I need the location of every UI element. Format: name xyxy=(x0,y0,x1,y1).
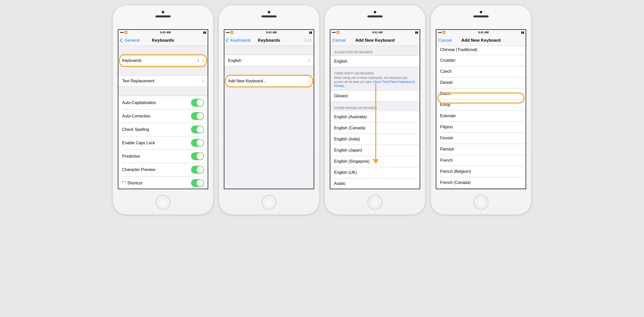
keyboard-option-row[interactable]: English xyxy=(330,56,420,67)
english-keyboard-row[interactable]: English xyxy=(224,55,314,66)
back-label: General xyxy=(124,38,140,43)
keyboards-row[interactable]: Keyboards 1 xyxy=(118,55,208,66)
toggle-row[interactable]: "." Shortcut xyxy=(118,176,208,189)
keyboard-option-row[interactable]: English (Singapore) xyxy=(330,156,420,167)
keyboard-option-row[interactable]: Chinese (Traditional) xyxy=(436,46,526,55)
toggle-label: Auto-Capitalization xyxy=(122,101,156,105)
content-area[interactable]: SUGGESTED KEYBOARDS English THIRD-PARTY … xyxy=(330,46,420,189)
toggle-switch[interactable] xyxy=(191,126,204,133)
keyboard-option-row[interactable]: Estonian xyxy=(436,110,526,121)
back-label: Keyboards xyxy=(230,38,251,43)
keyboard-option-row[interactable]: English (Japan) xyxy=(330,145,420,156)
toggle-switch[interactable] xyxy=(191,152,204,160)
home-button[interactable] xyxy=(261,195,277,210)
status-time: 9:41 AM xyxy=(478,31,489,34)
toggle-switch[interactable] xyxy=(191,179,204,187)
toggle-row[interactable]: Predictive xyxy=(118,150,208,163)
keyboard-option-row[interactable]: Finnish xyxy=(436,133,526,144)
status-time: 9:41 AM xyxy=(266,31,277,34)
keyboard-option-row[interactable]: French (Switzerland) xyxy=(436,188,526,189)
camera-dot xyxy=(162,11,164,13)
keyboard-option-row[interactable]: French (Belgium) xyxy=(436,166,526,177)
toggle-label: "." Shortcut xyxy=(122,181,142,185)
content-area[interactable]: English Add New Keyboard... xyxy=(224,46,314,189)
home-button[interactable] xyxy=(473,195,489,210)
screen-3: •••••📶 9:41 AM ▮▮ Cancel Add New Keyboar… xyxy=(330,29,420,189)
keyboard-option-label: Filipino xyxy=(440,125,453,129)
status-bar: •••••📶 9:41 AM ▮▮ xyxy=(330,30,420,35)
keyboard-option-row[interactable]: Croatian xyxy=(436,55,526,66)
add-new-label: Add New Keyboard... xyxy=(228,79,266,83)
speaker-slot xyxy=(155,15,171,17)
english-label: English xyxy=(228,58,241,63)
add-new-keyboard-row[interactable]: Add New Keyboard... xyxy=(224,76,314,87)
chevron-right-icon xyxy=(201,59,204,62)
toggle-row[interactable]: Auto-Capitalization xyxy=(118,96,208,109)
keyboard-option-row[interactable]: Gboard xyxy=(330,90,420,102)
keyboard-option-row[interactable]: Flemish xyxy=(436,144,526,155)
toggle-switch[interactable] xyxy=(191,99,204,107)
status-bar: •••••📶 9:41 AM ▮▮ xyxy=(436,30,526,35)
edit-button[interactable]: Edit xyxy=(304,38,312,43)
keyboard-option-label: English (Australia) xyxy=(334,115,367,119)
text-replacement-row[interactable]: Text Replacement xyxy=(118,76,208,87)
keyboard-option-label: Gboard xyxy=(334,94,347,98)
toggle-label: Character Preview xyxy=(122,167,155,172)
signal-dots-icon: ••••• xyxy=(120,31,123,34)
camera-dot xyxy=(374,11,376,13)
chevron-left-icon xyxy=(120,38,124,42)
keyboard-option-label: Flemish xyxy=(440,147,454,152)
keyboard-option-row[interactable]: French (Canada) xyxy=(436,177,526,188)
keyboard-option-row[interactable]: English (Canada) xyxy=(330,123,420,134)
keyboard-option-row[interactable]: Dutch xyxy=(436,88,526,99)
keyboard-option-label: English (Japan) xyxy=(334,148,362,153)
keyboard-option-label: Chinese (Traditional) xyxy=(440,47,477,52)
camera-dot xyxy=(268,11,270,13)
keyboard-option-row[interactable]: Arabic xyxy=(330,178,420,189)
nav-bar: General Keyboards xyxy=(118,35,208,46)
status-time: 9:41 AM xyxy=(160,31,171,34)
toggle-row[interactable]: Enable Caps Lock xyxy=(118,136,208,150)
content-area[interactable]: Chinese (Traditional)CroatianCzechDanish… xyxy=(436,46,526,189)
toggle-label: Enable Caps Lock xyxy=(122,141,155,145)
toggle-group: Auto-CapitalizationAuto-CorrectionCheck … xyxy=(118,96,208,189)
keyboard-option-label: English (UK) xyxy=(334,170,357,175)
keyboard-option-row[interactable]: English (India) xyxy=(330,134,420,145)
home-button[interactable] xyxy=(367,195,383,210)
keyboard-option-label: Emoji xyxy=(440,103,450,107)
camera-dot xyxy=(480,11,482,13)
wifi-icon: 📶 xyxy=(124,31,128,34)
signal-dots-icon: ••••• xyxy=(438,31,441,34)
screen-1: •••••📶 9:41 AM ▮▮ General Keyboards Keyb… xyxy=(118,29,208,189)
back-button[interactable]: General xyxy=(120,38,140,43)
keyboard-option-label: French (Belgium) xyxy=(440,169,471,174)
cancel-button[interactable]: Cancel xyxy=(332,38,346,43)
toggle-switch[interactable] xyxy=(191,112,204,120)
cancel-button[interactable]: Cancel xyxy=(438,38,452,43)
keyboard-option-row[interactable]: Filipino xyxy=(436,121,526,133)
back-button[interactable]: Keyboards xyxy=(226,38,251,43)
wifi-icon: 📶 xyxy=(336,31,340,34)
toggle-switch[interactable] xyxy=(191,166,204,174)
keyboard-option-label: English (Canada) xyxy=(334,126,365,130)
keyboard-option-row[interactable]: English (Australia) xyxy=(330,111,420,123)
wifi-icon: 📶 xyxy=(230,31,234,34)
battery-icon: ▮▮ xyxy=(309,31,312,34)
keyboard-option-label: English xyxy=(334,59,347,64)
toggle-switch[interactable] xyxy=(191,139,204,147)
keyboard-option-row[interactable]: Czech xyxy=(436,66,526,77)
keyboard-option-row[interactable]: Danish xyxy=(436,77,526,88)
keyboard-option-row[interactable]: French xyxy=(436,155,526,166)
keyboard-option-row[interactable]: English (UK) xyxy=(330,167,420,178)
toggle-row[interactable]: Character Preview xyxy=(118,163,208,176)
nav-bar: Cancel Add New Keyboard xyxy=(436,35,526,46)
status-time: 9:41 AM xyxy=(372,31,383,34)
battery-icon: ▮▮ xyxy=(415,31,418,34)
toggle-row[interactable]: Check Spelling xyxy=(118,123,208,136)
content-area[interactable]: Keyboards 1 Text Replacement Auto-Capita… xyxy=(118,46,208,189)
battery-icon: ▮▮ xyxy=(521,31,524,34)
toggle-row[interactable]: Auto-Correction xyxy=(118,109,208,123)
chevron-left-icon xyxy=(226,38,230,42)
keyboard-option-row[interactable]: Emoji xyxy=(436,99,526,110)
home-button[interactable] xyxy=(155,195,171,210)
